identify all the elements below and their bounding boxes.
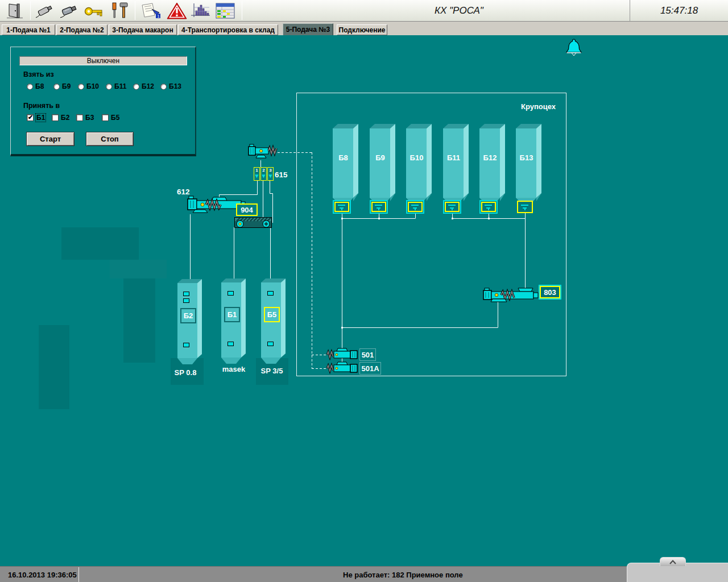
- serial-button[interactable]: [57, 1, 82, 20]
- caption-text: SP 0.8: [175, 368, 197, 377]
- tab-label: 1-Подача №1: [6, 26, 50, 34]
- port-number: 2: [262, 168, 264, 173]
- radio-b9[interactable]: Б9: [53, 82, 71, 90]
- tools-icon: [108, 2, 131, 20]
- distributor-615[interactable]: 1▼ 2▼ 3▼: [254, 167, 274, 181]
- radio-label: Б13: [169, 82, 181, 90]
- tab-label: 5-Подача №3: [286, 26, 330, 34]
- silo-b13[interactable]: Б13: [516, 123, 542, 203]
- label-text: 501: [362, 351, 374, 359]
- checkbox-label: Б3: [85, 114, 94, 122]
- key-icon: [83, 2, 105, 20]
- alarm-bell-icon[interactable]: [566, 38, 582, 61]
- exit-door-icon: [5, 2, 26, 19]
- checkbox-icon[interactable]: [52, 114, 59, 121]
- radio-label: Б8: [35, 82, 44, 90]
- accept-to-label: Принять в: [23, 102, 60, 110]
- service-button[interactable]: [106, 1, 133, 20]
- checkbox-b5[interactable]: Б5: [102, 114, 119, 122]
- port-number: 1: [255, 168, 258, 173]
- radio-b12[interactable]: Б12: [133, 82, 154, 90]
- slide-panel-handle[interactable]: [660, 557, 686, 566]
- silo-b8[interactable]: Б8: [333, 123, 359, 203]
- access-button[interactable]: [82, 1, 106, 20]
- take-from-label: Взять из: [23, 70, 54, 78]
- silo-b1-caption: masek: [218, 365, 250, 373]
- chevron-up-icon: [668, 559, 677, 565]
- toolbar-separator: [30, 1, 31, 20]
- valve-b11[interactable]: [443, 200, 461, 214]
- distributor-port-3[interactable]: 3▼: [267, 167, 274, 181]
- trends-button[interactable]: [189, 1, 213, 20]
- label-text: Б5: [267, 310, 277, 319]
- belt-conveyor-904[interactable]: [234, 217, 272, 231]
- tab-transport-sklad[interactable]: 4-Транспортировка в склад: [178, 24, 278, 35]
- radio-b8[interactable]: Б8: [27, 82, 44, 90]
- checkbox-icon[interactable]: [27, 114, 34, 121]
- conveyor-501a[interactable]: [325, 360, 359, 377]
- zone-label: Крупоцех: [521, 102, 556, 111]
- radio-icon[interactable]: [106, 84, 112, 90]
- valve-b13[interactable]: [517, 201, 533, 213]
- valve-b10[interactable]: [406, 200, 424, 214]
- trends-icon: [190, 2, 212, 20]
- distributor-port-1[interactable]: 1▼: [254, 167, 260, 181]
- tab-podacha3[interactable]: 5-Подача №3: [283, 23, 333, 35]
- feeder-conveyor[interactable]: [247, 143, 278, 164]
- radio-label: Б9: [62, 82, 71, 90]
- tab-label: Подключение: [339, 26, 386, 34]
- radio-icon[interactable]: [53, 84, 60, 90]
- exit-button[interactable]: [2, 1, 28, 20]
- silo-b9[interactable]: Б9: [370, 123, 396, 203]
- radio-label: Б11: [114, 82, 126, 90]
- label-text: 803: [544, 288, 556, 297]
- silo-label: Б10: [406, 153, 427, 162]
- report-button[interactable]: 1: [137, 1, 164, 20]
- valve-b9[interactable]: [370, 200, 388, 214]
- radio-icon[interactable]: [27, 84, 33, 90]
- journal-button[interactable]: [213, 1, 238, 20]
- ghost-patch: [61, 227, 139, 260]
- radio-icon[interactable]: [133, 84, 139, 90]
- radio-b10[interactable]: Б10: [78, 82, 99, 90]
- conveyor-803[interactable]: [482, 283, 540, 307]
- checkbox-icon[interactable]: [102, 114, 109, 121]
- tab-podacha1[interactable]: 1-Подача №1: [2, 24, 55, 35]
- distributor-port-2[interactable]: 2▼: [260, 167, 267, 181]
- silo-b12[interactable]: Б12: [479, 123, 506, 203]
- level-sensor: [267, 291, 274, 296]
- connect-button[interactable]: [32, 1, 57, 20]
- valve-b12[interactable]: [479, 200, 498, 214]
- tab-makarony[interactable]: 3-Подача макарон: [109, 24, 177, 35]
- valve-b8[interactable]: [333, 200, 351, 214]
- alarm-icon: [166, 2, 188, 20]
- radio-b13[interactable]: Б13: [160, 82, 181, 90]
- down-arrow-icon: ▼: [254, 173, 260, 179]
- gate-icon: [518, 202, 532, 212]
- silo-b5-label: Б5: [264, 307, 280, 322]
- port-number: 3: [269, 168, 271, 173]
- checkbox-b2[interactable]: Б2: [52, 114, 69, 122]
- silo-label: Б8: [333, 153, 354, 162]
- status-datetime: 16.10.2013 19:36:05: [8, 567, 77, 582]
- tab-podacha2[interactable]: 2-Подача №2: [56, 24, 107, 35]
- radio-icon[interactable]: [160, 84, 167, 90]
- silo-b11[interactable]: Б11: [443, 123, 469, 203]
- checkbox-b1[interactable]: Б1: [27, 114, 46, 122]
- stop-button[interactable]: Стоп: [86, 132, 134, 146]
- caption-text: SP 3/5: [261, 367, 283, 375]
- toolbar-separator: [242, 1, 242, 20]
- silo-label: Б12: [479, 153, 500, 162]
- checkbox-label: Б1: [36, 114, 46, 122]
- radio-icon[interactable]: [78, 84, 84, 90]
- label-615: 615: [275, 171, 288, 179]
- tab-label: 2-Подача №2: [60, 26, 104, 34]
- checkbox-icon[interactable]: [76, 114, 83, 121]
- tab-podkluchenie[interactable]: Подключение: [337, 24, 387, 35]
- alarms-button[interactable]: [165, 1, 189, 20]
- checkbox-b3[interactable]: Б3: [76, 114, 94, 122]
- start-button[interactable]: Старт: [26, 132, 75, 146]
- silo-b10[interactable]: Б10: [406, 123, 432, 203]
- table-icon: [214, 2, 236, 20]
- radio-b11[interactable]: Б11: [106, 82, 126, 90]
